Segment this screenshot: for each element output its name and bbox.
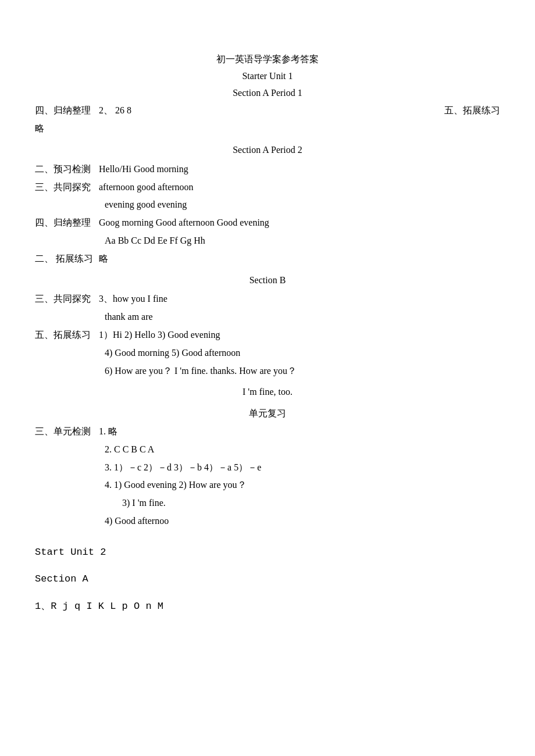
- three-unit-label: 三、单元检测: [35, 423, 99, 440]
- three-label-2: 三、共同探究: [35, 291, 99, 308]
- start-unit2: Start Unit 2: [35, 544, 500, 562]
- row1: 1、R j q I K L p O n M: [35, 598, 500, 616]
- three-unit-4a: 4. 1) Good evening 2) How are you？: [105, 477, 247, 494]
- three-content-2a: 3、how you I fine: [99, 291, 500, 308]
- section-a2: Section A: [35, 570, 500, 589]
- three-unit-4b: 3) I 'm fine.: [122, 495, 166, 512]
- two-row-2: 二、 拓展练习 略: [35, 251, 500, 268]
- four-label: 四、归纳整理: [35, 102, 99, 119]
- five-content-略: 略: [35, 120, 44, 137]
- three-unit-row: 三、单元检测 1. 略: [35, 423, 500, 440]
- two-row-1: 二、预习检测 Hello/Hi Good morning: [35, 161, 500, 178]
- page-title: 初一英语导学案参考答案: [35, 51, 500, 68]
- fine-too-row: I 'm fine, too.: [35, 384, 500, 401]
- main-title: 初一英语导学案参考答案: [216, 54, 319, 64]
- five-content2b: 4) Good morning 5) Good afternoon: [105, 345, 240, 362]
- three-unit-4c: 4) Good afternoo: [105, 513, 169, 530]
- five-label-inline: 五、拓展练习: [444, 102, 500, 119]
- three-unit-4b-row: 3) I 'm fine.: [35, 495, 500, 512]
- page-content: 初一英语导学案参考答案 Starter Unit 1 Section A Per…: [35, 51, 500, 616]
- five-row-content: 略: [35, 120, 500, 137]
- three-row-2: 三、共同探究 3、how you I fine: [35, 291, 500, 308]
- four-label2: 四、归纳整理: [35, 215, 99, 231]
- two-content-2: 略: [99, 251, 500, 268]
- two-content-1: Hello/Hi Good morning: [99, 161, 500, 178]
- four-content2: Goog morning Good afternoon Good evening: [99, 215, 500, 231]
- five-row-2b: 4) Good morning 5) Good afternoon: [35, 345, 500, 362]
- abc-row: Aa Bb Cc Dd Ee Ff Gg Hh: [35, 233, 500, 249]
- three-content-1b: evening good evening: [105, 197, 187, 213]
- abc-content: Aa Bb Cc Dd Ee Ff Gg Hh: [105, 233, 205, 249]
- four-content: 2、 26 8: [99, 102, 409, 119]
- three-unit-3: 3. 1）－c 2）－d 3）－b 4）－a 5）－e: [105, 459, 261, 476]
- fine-too: I 'm fine, too.: [242, 387, 293, 397]
- two-label-1: 二、预习检测: [35, 161, 99, 178]
- four-row-2: 四、归纳整理 Goog morning Good afternoon Good …: [35, 215, 500, 231]
- section-a-period1-header: Section A Period 1: [35, 85, 500, 102]
- three-unit-3-row: 3. 1）－c 2）－d 3）－b 4）－a 5）－e: [35, 459, 500, 476]
- three-row-1b: evening good evening: [35, 197, 500, 213]
- three-row-1: 三、共同探究 afternoon good afternoon: [35, 179, 500, 196]
- section-b-header: Section B: [35, 272, 500, 289]
- three-content-2b: thank am are: [105, 309, 153, 326]
- five-content2a: 1）Hi 2) Hello 3) Good evening: [99, 327, 500, 344]
- five-row-2c: 6) How are you？ I 'm fine. thanks. How a…: [35, 363, 500, 380]
- three-row-2b: thank am are: [35, 309, 500, 326]
- section-a-period2-header: Section A Period 2: [35, 142, 500, 159]
- five-label2: 五、拓展练习: [35, 327, 99, 344]
- three-label-1: 三、共同探究: [35, 179, 99, 196]
- three-unit-1: 1. 略: [99, 423, 500, 440]
- three-unit-2: 2. C C B C A: [105, 441, 154, 458]
- five-row-2: 五、拓展练习 1）Hi 2) Hello 3) Good evening: [35, 327, 500, 344]
- two-label-2: 二、 拓展练习: [35, 251, 99, 268]
- three-content-1a: afternoon good afternoon: [99, 179, 500, 196]
- four-row: 四、归纳整理 2、 26 8 五、拓展练习: [35, 102, 500, 119]
- three-unit-4a-row: 4. 1) Good evening 2) How are you？: [35, 477, 500, 494]
- five-content2c: 6) How are you？ I 'm fine. thanks. How a…: [105, 363, 297, 380]
- three-unit-2-row: 2. C C B C A: [35, 441, 500, 458]
- three-unit-4c-row: 4) Good afternoo: [35, 513, 500, 530]
- starter-unit1: Starter Unit 1: [35, 68, 500, 85]
- unit-review-header: 单元复习: [35, 405, 500, 422]
